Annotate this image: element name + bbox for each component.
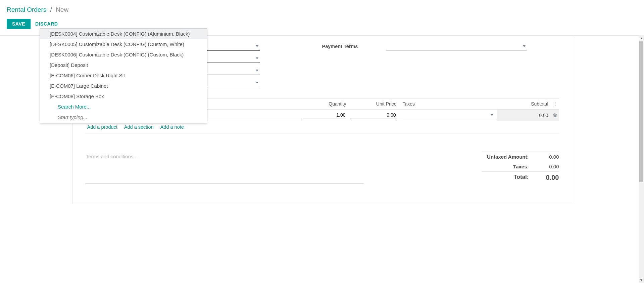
col-taxes: Taxes	[400, 101, 497, 107]
col-unit-price: Unit Price	[350, 101, 400, 107]
terms-input[interactable]: Terms and conditions...	[85, 152, 364, 184]
payment-terms-label: Payment Terms	[322, 44, 386, 49]
chevron-down-icon	[491, 114, 493, 116]
breadcrumb-sep: /	[50, 6, 52, 13]
kebab-icon[interactable]: ⋮	[551, 101, 559, 107]
chevron-down-icon	[256, 45, 258, 47]
chevron-down-icon	[256, 82, 258, 83]
total-label: Total:	[482, 174, 529, 181]
discard-button[interactable]: DISCARD	[35, 21, 58, 27]
dropdown-item[interactable]: [Deposit] Deposit	[40, 60, 207, 70]
total-value: 0.00	[539, 174, 559, 181]
add-section-link[interactable]: Add a section	[124, 124, 154, 130]
trash-icon[interactable]: 🗑	[553, 113, 557, 118]
dropdown-item[interactable]: [E-COM06] Corner Desk Right Sit	[40, 70, 207, 81]
dropdown-item[interactable]: [DESK0004] Customizable Desk (CONFIG) (A…	[40, 29, 207, 39]
taxes-value: 0.00	[539, 164, 559, 169]
quantity-input[interactable]	[303, 111, 346, 119]
breadcrumb: Rental Orders / New	[7, 6, 637, 13]
scroll-thumb[interactable]	[639, 41, 643, 182]
product-dropdown: [DESK0004] Customizable Desk (CONFIG) (A…	[40, 28, 207, 123]
chevron-down-icon	[523, 45, 526, 47]
subtotal-value: 0.00	[497, 110, 551, 121]
taxes-label: Taxes:	[482, 164, 529, 169]
save-button[interactable]: SAVE	[7, 19, 31, 29]
dropdown-search-more[interactable]: Search More...	[40, 102, 207, 112]
scrollbar[interactable]: ▲ ▼	[639, 35, 644, 204]
dropdown-hint: Start typing...	[40, 112, 207, 123]
add-note-link[interactable]: Add a note	[160, 124, 184, 130]
breadcrumb-root[interactable]: Rental Orders	[7, 6, 46, 13]
untaxed-value: 0.00	[539, 154, 559, 160]
chevron-down-icon	[256, 57, 258, 59]
chevron-down-icon	[256, 70, 258, 71]
add-product-link[interactable]: Add a product	[87, 124, 117, 130]
taxes-input[interactable]	[403, 111, 495, 119]
scroll-up-icon[interactable]: ▲	[639, 35, 644, 41]
payment-terms-input[interactable]	[386, 42, 527, 51]
col-quantity: Quantity	[303, 101, 350, 107]
unit-price-input[interactable]	[350, 111, 397, 119]
dropdown-item[interactable]: [DESK0006] Customizable Desk (CONFIG) (C…	[40, 49, 207, 60]
dropdown-item[interactable]: [DESK0005] Customizable Desk (CONFIG) (C…	[40, 39, 207, 49]
dropdown-item[interactable]: [E-COM08] Storage Box	[40, 91, 207, 102]
untaxed-label: Untaxed Amount:	[482, 154, 529, 160]
col-subtotal: Subtotal	[497, 101, 551, 107]
dropdown-item[interactable]: [E-COM07] Large Cabinet	[40, 81, 207, 91]
totals-block: Untaxed Amount: 0.00 Taxes: 0.00 Total: …	[482, 152, 559, 184]
breadcrumb-leaf: New	[56, 6, 68, 13]
